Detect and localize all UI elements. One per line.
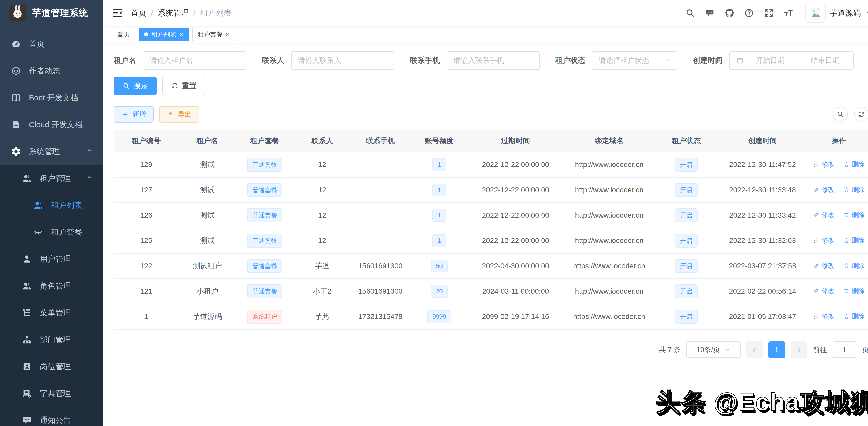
edit-link[interactable]: 修改	[813, 185, 834, 194]
next-page-button[interactable]: ›	[791, 341, 807, 358]
sidebar-item-boot-docs[interactable]: Boot 开发文档	[0, 84, 103, 111]
sidebar-item-author-news[interactable]: 作者动态	[0, 57, 103, 84]
edit-label: 修改	[822, 185, 834, 194]
delete-link[interactable]: 删除	[843, 312, 865, 321]
face-icon	[11, 66, 21, 76]
created-time: 2022-02-22 00:56:14	[729, 287, 796, 295]
refresh-table-button[interactable]	[854, 107, 868, 122]
sidebar-menu: 首页 作者动态 Boot 开发文档 Cloud 开发文档 系统管理	[0, 26, 103, 426]
sidebar-item-tenant-package[interactable]: 租户套餐	[0, 219, 103, 246]
export-button[interactable]: 导出	[159, 106, 199, 123]
goto-page-input[interactable]	[833, 341, 856, 358]
menu-fold-icon[interactable]	[112, 7, 123, 19]
github-icon[interactable]	[724, 8, 735, 18]
edit-link[interactable]: 修改	[813, 236, 834, 245]
edit-icon	[813, 212, 819, 218]
message-icon[interactable]	[705, 8, 715, 18]
plus-icon	[122, 111, 129, 118]
edit-link[interactable]: 修改	[813, 287, 834, 295]
tab-home[interactable]: 首页	[112, 28, 135, 41]
tenant-name: 芋道源码	[193, 312, 222, 321]
show-search-button[interactable]	[833, 107, 848, 122]
add-button[interactable]: 新增	[114, 106, 154, 123]
breadcrumb-system[interactable]: 系统管理	[158, 8, 189, 18]
main-area: 首页 / 系统管理 / 租户列表	[103, 0, 868, 426]
delete-link[interactable]: 删除	[843, 211, 865, 219]
mobile-input[interactable]	[454, 56, 533, 65]
edit-link[interactable]: 修改	[813, 211, 834, 219]
sidebar-item-user-mgmt[interactable]: 用户管理	[0, 246, 103, 272]
tenant-name: 测试	[200, 237, 215, 245]
sidebar-item-notice[interactable]: 通知公告	[0, 407, 103, 426]
sidebar-item-label: 租户管理	[40, 173, 71, 184]
sidebar-item-dept-mgmt[interactable]: 部门管理	[0, 326, 103, 353]
export-button-label: 导出	[178, 110, 191, 119]
trash-icon	[843, 186, 850, 193]
sidebar-item-role-mgmt[interactable]: 角色管理	[0, 272, 103, 299]
chevron-up-icon	[86, 174, 93, 183]
status-label: 租户状态	[555, 55, 585, 66]
tab-tenant-list[interactable]: 租户列表 ×	[138, 28, 189, 41]
edit-link[interactable]: 修改	[813, 160, 834, 169]
search-icon	[837, 111, 844, 118]
sidebar: 芋道管理系统 首页 作者动态 Boot 开发文档 Cloud 开发文档	[0, 0, 103, 426]
tab-label: 租户套餐	[198, 30, 222, 38]
sidebar-item-label: Cloud 开发文档	[29, 119, 83, 130]
user-menu[interactable]: 芋道源码	[805, 3, 868, 23]
sidebar-item-tenant-mgmt[interactable]: 租户管理	[0, 165, 103, 192]
org-tree-icon	[22, 334, 32, 345]
tenant-name-input[interactable]	[150, 56, 240, 65]
delete-link[interactable]: 删除	[843, 261, 865, 270]
search-button[interactable]: 搜索	[114, 77, 157, 95]
delete-link[interactable]: 删除	[843, 236, 865, 245]
delete-link[interactable]: 删除	[843, 185, 865, 194]
mobile-label: 联系手机	[410, 55, 440, 66]
bound-domain: https://www.iocoder.cn	[573, 262, 645, 270]
delete-link[interactable]: 删除	[843, 287, 865, 295]
calendar-icon	[736, 57, 744, 64]
created-time: 2022-12-30 11:33:48	[729, 186, 796, 194]
bound-domain: http://www.iocoder.cn	[575, 160, 643, 169]
fullscreen-icon[interactable]	[764, 8, 774, 18]
sidebar-item-menu-mgmt[interactable]: 菜单管理	[0, 299, 103, 326]
edit-icon	[813, 262, 819, 269]
help-icon[interactable]	[744, 8, 754, 18]
search-icon[interactable]	[685, 8, 695, 18]
sidebar-item-system[interactable]: 系统管理	[0, 138, 103, 165]
expire-time: 2024-03-11 00:00:00	[482, 287, 549, 295]
tenant-table-body: 129 测试 普通套餐 12 1 2022-12-22 00:00:00 htt…	[114, 152, 868, 329]
font-size-icon[interactable]	[783, 8, 794, 18]
sidebar-item-home[interactable]: 首页	[0, 31, 103, 57]
edit-link[interactable]: 修改	[813, 312, 834, 321]
user-icon	[22, 254, 32, 264]
status-select[interactable]: 请选择租户状态	[592, 51, 677, 70]
sidebar-item-tenant-list[interactable]: 租户列表	[0, 192, 103, 219]
tab-tenant-package[interactable]: 租户套餐 ×	[192, 28, 235, 41]
edit-label: 修改	[822, 312, 834, 321]
page-number-1[interactable]: 1	[769, 341, 785, 358]
close-icon[interactable]: ×	[179, 31, 183, 38]
tenant-name: 测试	[200, 160, 215, 169]
col-mobile: 联系手机	[351, 130, 410, 152]
prev-page-button[interactable]: ‹	[746, 341, 763, 358]
page-size-select[interactable]: 10条/页	[686, 341, 741, 358]
close-icon[interactable]: ×	[226, 31, 229, 38]
add-button-label: 新增	[132, 110, 146, 119]
breadcrumb-home[interactable]: 首页	[131, 8, 146, 18]
goto-label: 前往	[813, 345, 827, 355]
sidebar-item-post-mgmt[interactable]: 岗位管理	[0, 353, 103, 380]
contact-name: 12	[318, 186, 326, 194]
app-logo-row[interactable]: 芋道管理系统	[0, 0, 103, 26]
contact-input[interactable]	[298, 56, 388, 65]
edit-link[interactable]: 修改	[813, 261, 834, 270]
sidebar-item-dict-mgmt[interactable]: 字典管理	[0, 380, 103, 407]
open-book-icon	[11, 93, 21, 103]
search-button-label: 搜索	[133, 81, 148, 91]
trash-icon	[843, 161, 850, 168]
delete-link[interactable]: 删除	[843, 160, 865, 169]
date-range-picker[interactable]: 开始日期 - 结束日期	[730, 51, 854, 70]
reset-button[interactable]: 重置	[162, 77, 205, 95]
sidebar-item-cloud-docs[interactable]: Cloud 开发文档	[0, 111, 103, 138]
app-logo-rabbit-image	[9, 5, 26, 21]
trash-icon	[843, 288, 850, 294]
